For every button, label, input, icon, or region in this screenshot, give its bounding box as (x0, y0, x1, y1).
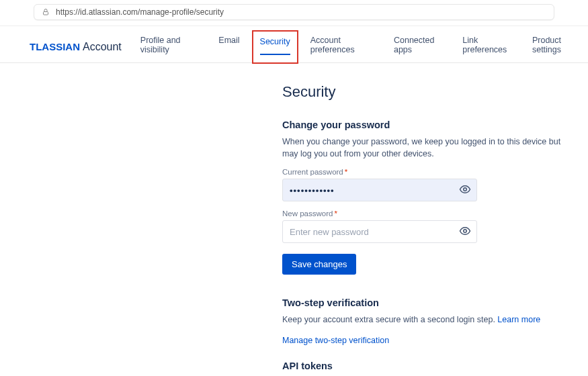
reveal-password-button[interactable] (457, 224, 473, 240)
eye-icon (459, 183, 471, 197)
tab-connected-apps[interactable]: Connected apps (394, 32, 450, 62)
page-title: Security (282, 83, 578, 101)
section-change-password: Change your password When you change you… (282, 120, 578, 291)
section-two-step: Two-step verification Keep your account … (282, 297, 578, 346)
tab-product-settings[interactable]: Product settings (532, 32, 588, 62)
lock-icon (41, 7, 50, 17)
tab-label: Security (260, 37, 290, 46)
brand-account: Account (83, 41, 122, 53)
section-heading: Change your password (282, 120, 578, 130)
current-password-input[interactable] (282, 179, 477, 201)
section-description: Keep your account extra secure with a se… (282, 314, 564, 326)
tabs: Profile and visibility Email Security Ac… (140, 32, 588, 62)
svg-point-1 (464, 188, 467, 191)
tab-account-prefs[interactable]: Account preferences (310, 32, 382, 62)
brand-atlassian: TLASSIAN (30, 41, 80, 52)
tab-security[interactable]: Security (260, 33, 290, 54)
tab-profile[interactable]: Profile and visibility (140, 32, 206, 62)
tab-label: Email (218, 36, 239, 45)
tab-label: Link preferences (462, 36, 507, 54)
svg-rect-0 (44, 12, 48, 15)
address-bar[interactable]: https://id.atlassian.com/manage-profile/… (34, 4, 554, 20)
two-step-learn-more-link[interactable]: Learn more (497, 315, 540, 324)
svg-point-2 (464, 230, 467, 233)
reveal-password-button[interactable] (457, 182, 473, 198)
current-password-wrap (282, 179, 477, 201)
section-heading: API tokens (282, 361, 578, 371)
required-mark: * (345, 168, 347, 176)
description-text: Keep your account extra secure with a se… (282, 315, 497, 324)
tab-label: Account preferences (310, 36, 355, 54)
current-password-label: Current password* (282, 168, 578, 176)
tab-link-prefs[interactable]: Link preferences (462, 32, 520, 62)
url-text: https://id.atlassian.com/manage-profile/… (56, 7, 224, 17)
new-password-wrap (282, 220, 477, 243)
main-content: Security Change your password When you c… (0, 63, 578, 376)
section-api-tokens: API tokens A script or other process can… (282, 361, 578, 376)
eye-icon (459, 225, 471, 239)
section-description: When you change your password, we keep y… (282, 136, 564, 160)
new-password-input[interactable] (282, 220, 477, 243)
field-label-text: New password (282, 209, 333, 218)
tab-label: Product settings (532, 36, 561, 54)
tab-label: Connected apps (394, 36, 434, 54)
field-label-text: Current password (282, 168, 343, 176)
new-password-label: New password* (282, 209, 578, 218)
manage-two-step-link[interactable]: Manage two-step verification (282, 336, 389, 345)
required-mark: * (334, 209, 337, 218)
top-nav: TLASSIAN Account Profile and visibility … (0, 26, 588, 63)
section-heading: Two-step verification (282, 297, 578, 308)
tab-label: Profile and visibility (140, 36, 181, 54)
save-changes-button[interactable]: Save changes (282, 254, 356, 275)
tab-security-highlight: Security (252, 30, 298, 64)
brand: TLASSIAN Account (30, 41, 122, 53)
tab-email[interactable]: Email (218, 32, 239, 62)
